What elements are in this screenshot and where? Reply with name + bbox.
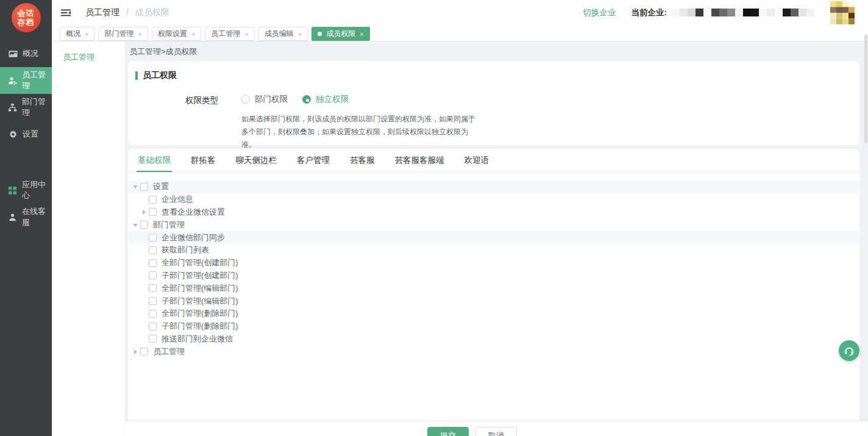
tree-row[interactable]: 子部门管理(删除部门) — [129, 320, 859, 333]
sidebar-item-sitemap[interactable]: 部门管理 — [0, 94, 52, 121]
tree-row[interactable]: 子部门管理(创建部门) — [129, 270, 859, 282]
person-icon — [8, 212, 17, 222]
tree-checkbox[interactable] — [149, 208, 157, 216]
expand-closed-icon[interactable] — [140, 208, 149, 216]
tree-node-label: 全部门管理(创建部门) — [162, 257, 238, 268]
permission-detail-panel: 基础权限群拓客聊天侧边栏客户管理芸客服芸客服客服端欢迎语 设置企业信息查看企业微… — [128, 149, 859, 423]
expand-spacer — [140, 335, 149, 343]
expand-open-icon[interactable] — [132, 182, 140, 191]
permission-type-radio[interactable]: 部门权限 — [241, 94, 288, 105]
customer-service-button[interactable] — [839, 340, 859, 361]
breadcrumb-parent[interactable]: 员工管理 — [85, 7, 119, 17]
tree-row[interactable]: 推送部门到企业微信 — [129, 333, 859, 346]
tab-close-icon[interactable]: × — [244, 30, 248, 38]
tree-node-label: 获取部门列表 — [162, 245, 209, 256]
open-tab[interactable]: 部门管理× — [98, 27, 148, 41]
permission-tab[interactable]: 聊天侧边栏 — [235, 149, 279, 172]
tree-checkbox[interactable] — [140, 221, 148, 229]
expand-spacer — [140, 297, 149, 306]
tab-close-icon[interactable]: × — [138, 30, 141, 38]
tree-checkbox[interactable] — [149, 335, 157, 343]
tree-row[interactable]: 部门管理 — [129, 218, 859, 231]
tab-close-icon[interactable]: × — [85, 30, 88, 38]
open-tab[interactable]: 员工管理× — [205, 27, 254, 41]
permission-tab[interactable]: 群拓客 — [190, 149, 217, 172]
vertical-scrollbar[interactable] — [864, 35, 867, 143]
redacted-block — [767, 9, 775, 16]
permission-type-label: 权限类型 — [128, 94, 218, 151]
tree-row[interactable]: 全部门管理(编辑部门) — [129, 282, 859, 295]
open-tab[interactable]: 概况× — [60, 27, 94, 41]
submit-button[interactable]: 提交 — [427, 427, 469, 436]
redacted-block — [799, 9, 806, 16]
open-tab[interactable]: 成员权限× — [311, 27, 369, 41]
tree-node-label: 全部门管理(编辑部门) — [162, 283, 238, 294]
tree-row[interactable]: 设置 — [129, 180, 859, 193]
tree-row[interactable]: 企业微信部门同步 — [129, 231, 859, 244]
tree-row[interactable]: 企业信息 — [129, 193, 859, 206]
collapse-menu-icon[interactable] — [60, 7, 71, 18]
radio-label: 独立权限 — [316, 94, 349, 105]
expand-closed-icon[interactable] — [132, 348, 140, 356]
expand-open-icon[interactable] — [132, 221, 140, 229]
tree-checkbox[interactable] — [149, 271, 157, 279]
tab-label: 员工管理 — [211, 29, 240, 39]
permission-tab[interactable]: 芸客服客服端 — [394, 149, 446, 172]
headset-icon — [843, 345, 855, 357]
session-archive-logo: 会话 存档 — [12, 3, 41, 32]
tree-checkbox[interactable] — [140, 183, 148, 191]
tab-close-icon[interactable]: × — [191, 30, 195, 38]
tree-row[interactable]: 查看企业微信设置 — [129, 206, 859, 219]
redacted-block — [672, 9, 680, 16]
tree-node-label: 企业微信部门同步 — [162, 232, 225, 243]
expand-spacer — [140, 234, 149, 242]
tree-checkbox[interactable] — [149, 297, 157, 305]
sidebar-item-gear[interactable]: 设置 — [0, 121, 52, 148]
tree-checkbox[interactable] — [149, 259, 157, 267]
switch-company-link[interactable]: 切换企业 — [583, 7, 616, 18]
tab-close-icon[interactable]: × — [360, 30, 363, 38]
cancel-button[interactable]: 取消 — [475, 427, 517, 436]
sidebar-item-users[interactable]: 员工管理 — [0, 67, 52, 94]
open-tab[interactable]: 成员编辑× — [258, 27, 308, 41]
redacted-block — [759, 9, 767, 16]
permission-tab[interactable]: 客户管理 — [296, 149, 331, 172]
permission-type-radio-group: 部门权限独立权限 — [241, 94, 480, 105]
tab-label: 概况 — [66, 29, 80, 39]
tree-node-label: 设置 — [153, 181, 169, 192]
logo-line1: 会话 — [18, 9, 35, 18]
sidebar-item-label: 应用中心 — [22, 179, 52, 201]
permission-tab[interactable]: 基础权限 — [137, 149, 172, 172]
tree-row[interactable]: 获取部门列表 — [129, 244, 859, 257]
sidebar-item-chart[interactable]: 概况 — [0, 40, 52, 67]
app-logo: 会话 存档 — [0, 0, 52, 35]
main-content: 员工管理>成员权限 员工权限 权限类型 部门权限独立权限 如果选择部门权限，则该… — [125, 41, 868, 421]
tab-label: 成员权限 — [326, 29, 355, 39]
active-tab-dot — [318, 32, 322, 36]
permission-tab[interactable]: 欢迎语 — [463, 149, 491, 172]
tree-node-label: 全部门管理(删除部门) — [162, 308, 238, 319]
tree-row[interactable]: 员工管理 — [129, 345, 859, 358]
redacted-block — [751, 9, 759, 16]
tree-checkbox[interactable] — [149, 284, 157, 292]
tree-checkbox[interactable] — [149, 234, 157, 241]
sidebar-item-person[interactable]: 在线客服 — [0, 204, 52, 231]
permission-type-radio[interactable]: 独立权限 — [302, 94, 349, 105]
expand-spacer — [140, 284, 149, 293]
tree-row[interactable]: 全部门管理(删除部门) — [129, 307, 859, 320]
open-tab[interactable]: 权限设置× — [152, 27, 201, 41]
submenu-item[interactable]: 员工管理 — [52, 41, 125, 63]
tree-checkbox[interactable] — [149, 310, 157, 318]
sitemap-icon — [8, 102, 17, 112]
tree-checkbox[interactable] — [149, 246, 157, 254]
permission-tab[interactable]: 芸客服 — [349, 149, 376, 172]
tree-checkbox[interactable] — [149, 196, 157, 204]
tree-checkbox[interactable] — [149, 323, 157, 331]
tree-checkbox[interactable] — [140, 348, 148, 356]
avatar[interactable] — [830, 1, 855, 24]
tab-close-icon[interactable]: × — [298, 30, 302, 38]
tree-row[interactable]: 全部门管理(创建部门) — [129, 257, 859, 270]
expand-spacer — [140, 259, 149, 267]
tree-row[interactable]: 子部门管理(编辑部门) — [129, 295, 859, 307]
sidebar-item-grid[interactable]: 应用中心 — [0, 177, 52, 204]
